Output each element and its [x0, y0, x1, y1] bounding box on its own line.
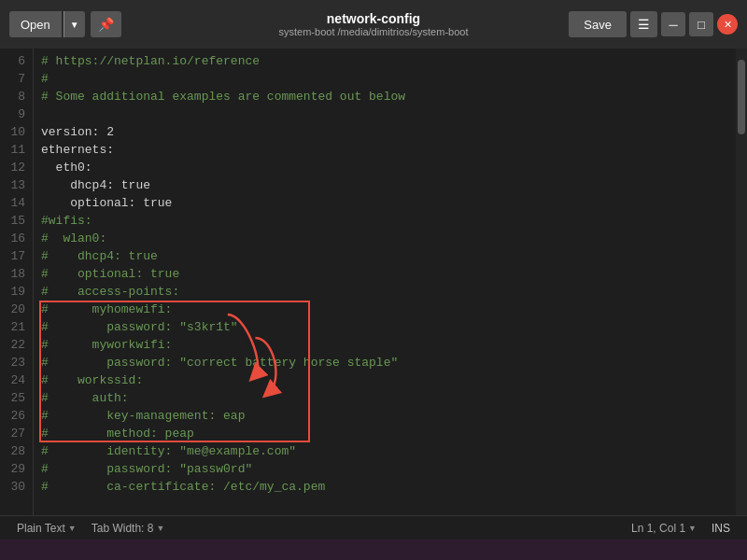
open-dropdown-button[interactable]: ▼ — [63, 11, 85, 37]
line-number: 7 — [7, 70, 25, 88]
line-number: 25 — [7, 389, 25, 407]
code-line: dhcp4: true — [41, 176, 728, 194]
line-number: 18 — [7, 265, 25, 283]
line-number: 27 — [7, 425, 25, 442]
code-line: # password: "s3kr1t" — [41, 318, 728, 336]
window-subtitle: system-boot /media/dimitrios/system-boot — [279, 26, 469, 37]
line-number: 30 — [7, 478, 25, 496]
hamburger-menu-button[interactable]: ☰ — [630, 11, 657, 37]
code-content[interactable]: # https://netplan.io/reference## Some ad… — [34, 49, 736, 515]
titlebar-left: Open ▼ 📌 — [9, 11, 121, 37]
code-line: ethernets: — [41, 141, 728, 159]
tab-width-chevron-icon: ▼ — [156, 524, 164, 533]
code-line: # wlan0: — [41, 230, 728, 247]
titlebar-center: network-config system-boot /media/dimitr… — [279, 11, 469, 37]
code-line: # https://netplan.io/reference — [41, 52, 728, 70]
line-number: 16 — [7, 230, 25, 247]
code-line: # access-points: — [41, 283, 728, 301]
line-number: 24 — [7, 371, 25, 389]
position-label: Ln 1, Col 1 — [631, 522, 685, 535]
code-line: # key-management: eap — [41, 407, 728, 425]
line-number: 12 — [7, 159, 25, 176]
save-button[interactable]: Save — [569, 11, 627, 37]
line-number: 23 — [7, 354, 25, 371]
editor-area: 6789101112131415161718192021222324252627… — [0, 49, 747, 515]
code-line: # password: "correct battery horse stapl… — [41, 354, 728, 371]
line-number: 29 — [7, 460, 25, 478]
ins-badge: INS — [704, 522, 738, 535]
line-number: 21 — [7, 318, 25, 336]
line-number: 10 — [7, 123, 25, 141]
titlebar: Open ▼ 📌 network-config system-boot /med… — [0, 0, 747, 49]
close-button[interactable]: ✕ — [717, 14, 738, 35]
line-number: 17 — [7, 247, 25, 265]
line-number: 22 — [7, 336, 25, 354]
code-line: # myworkwifi: — [41, 336, 728, 354]
code-line: eth0: — [41, 159, 728, 176]
code-line — [41, 105, 728, 123]
code-line: # optional: true — [41, 265, 728, 283]
code-line: #wifis: — [41, 212, 728, 230]
code-line: # — [41, 70, 728, 88]
code-line: # password: "passw0rd" — [41, 460, 728, 478]
code-line: version: 2 — [41, 123, 728, 141]
code-line: # workssid: — [41, 371, 728, 389]
line-number: 28 — [7, 442, 25, 460]
statusbar: Plain Text ▼ Tab Width: 8 ▼ Ln 1, Col 1 … — [0, 515, 747, 539]
plain-text-chevron-icon: ▼ — [68, 524, 77, 533]
line-number: 15 — [7, 212, 25, 230]
line-number: 8 — [7, 88, 25, 105]
code-line: optional: true — [41, 194, 728, 212]
open-button[interactable]: Open — [9, 11, 62, 37]
position-chevron-icon: ▼ — [688, 524, 697, 533]
maximize-button[interactable]: □ — [689, 12, 713, 36]
line-number: 6 — [7, 52, 25, 70]
line-number: 19 — [7, 283, 25, 301]
line-number: 20 — [7, 301, 25, 318]
tab-width-label: Tab Width: 8 — [92, 522, 154, 535]
code-line: # ca-certificate: /etc/my_ca.pem — [41, 478, 728, 496]
scrollbar-thumb[interactable] — [738, 60, 745, 134]
code-line: # auth: — [41, 389, 728, 407]
code-line: # identity: "me@example.com" — [41, 442, 728, 460]
plain-text-label: Plain Text — [17, 522, 65, 535]
code-line: # dhcp4: true — [41, 247, 728, 265]
tab-width-selector[interactable]: Tab Width: 8 ▼ — [84, 516, 173, 539]
window-title: network-config — [279, 11, 469, 26]
line-number: 26 — [7, 407, 25, 425]
line-number: 13 — [7, 176, 25, 194]
line-numbers: 6789101112131415161718192021222324252627… — [0, 49, 34, 515]
pin-button[interactable]: 📌 — [91, 11, 121, 37]
line-number: 11 — [7, 141, 25, 159]
cursor-position[interactable]: Ln 1, Col 1 ▼ — [624, 516, 704, 539]
code-line: # Some additional examples are commented… — [41, 88, 728, 105]
scrollbar[interactable] — [736, 49, 747, 515]
code-line: # myhomewifi: — [41, 301, 728, 318]
code-line: # method: peap — [41, 425, 728, 442]
line-number: 14 — [7, 194, 25, 212]
titlebar-right: Save ☰ ─ □ ✕ — [569, 11, 738, 37]
line-number: 9 — [7, 105, 25, 123]
minimize-button[interactable]: ─ — [661, 12, 685, 36]
plain-text-selector[interactable]: Plain Text ▼ — [9, 516, 84, 539]
